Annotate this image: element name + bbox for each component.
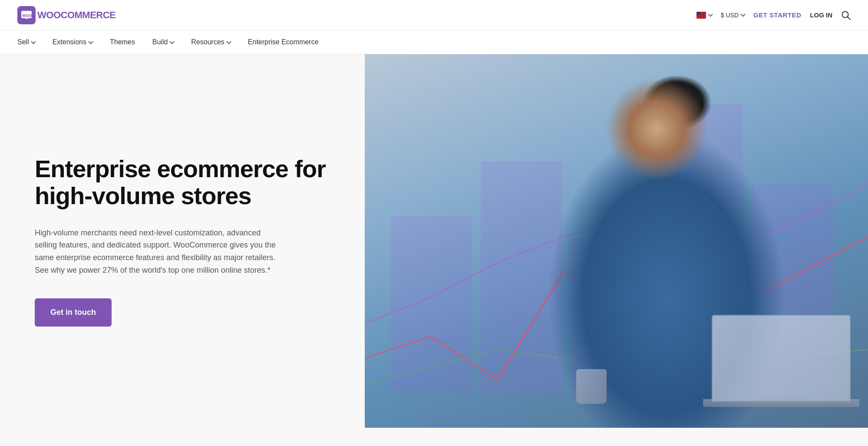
hero-section: Enterprise ecommerce for high-volume sto… [0, 54, 868, 428]
language-selector[interactable] [696, 12, 712, 19]
svg-text:WOO: WOO [22, 13, 32, 18]
nav-item-sell[interactable]: Sell [17, 38, 35, 46]
nav-themes-label: Themes [110, 38, 135, 46]
flag-icon [696, 12, 706, 19]
logo-text: WOOCOMMERCE [37, 10, 116, 21]
get-in-touch-button[interactable]: Get in touch [35, 298, 112, 327]
hero-content: Enterprise ecommerce for high-volume sto… [0, 54, 365, 428]
nav-item-build[interactable]: Build [152, 38, 174, 46]
svg-line-2 [848, 17, 850, 20]
nav-item-resources[interactable]: Resources [191, 38, 230, 46]
nav-resources-label: Resources [191, 38, 224, 46]
sell-chevron-icon [31, 39, 36, 44]
currency-chevron-icon [740, 12, 745, 17]
language-chevron-icon [708, 12, 713, 17]
hero-title: Enterprise ecommerce for high-volume sto… [35, 155, 339, 209]
hero-image [365, 54, 868, 428]
laptop-base [703, 399, 859, 407]
nav-sell-label: Sell [17, 38, 29, 46]
login-button[interactable]: LOG IN [810, 11, 832, 19]
search-button[interactable] [841, 10, 851, 20]
currency-label: $ USD [721, 12, 739, 19]
resources-chevron-icon [226, 39, 231, 44]
top-bar: WOO WOOCOMMERCE $ USD GET STARTED LOG IN [0, 0, 868, 30]
nav-build-label: Build [152, 38, 168, 46]
main-nav: Sell Extensions Themes Build Resources E… [0, 30, 868, 54]
laptop-screen [712, 315, 851, 402]
search-icon [841, 10, 851, 20]
coffee-mug [576, 369, 607, 404]
get-started-button[interactable]: GET STARTED [753, 11, 801, 19]
hero-description: High-volume merchants need next-level cu… [35, 227, 278, 277]
logo-icon: WOO [17, 6, 36, 24]
build-chevron-icon [170, 39, 175, 44]
nav-item-themes[interactable]: Themes [110, 38, 135, 46]
top-right-controls: $ USD GET STARTED LOG IN [696, 10, 851, 20]
currency-selector[interactable]: $ USD [721, 12, 745, 19]
logo[interactable]: WOO WOOCOMMERCE [17, 6, 116, 24]
nav-item-extensions[interactable]: Extensions [53, 38, 92, 46]
nav-extensions-label: Extensions [53, 38, 86, 46]
extensions-chevron-icon [88, 39, 93, 44]
nav-enterprise-label: Enterprise Ecommerce [248, 38, 319, 46]
nav-item-enterprise[interactable]: Enterprise Ecommerce [248, 38, 319, 46]
